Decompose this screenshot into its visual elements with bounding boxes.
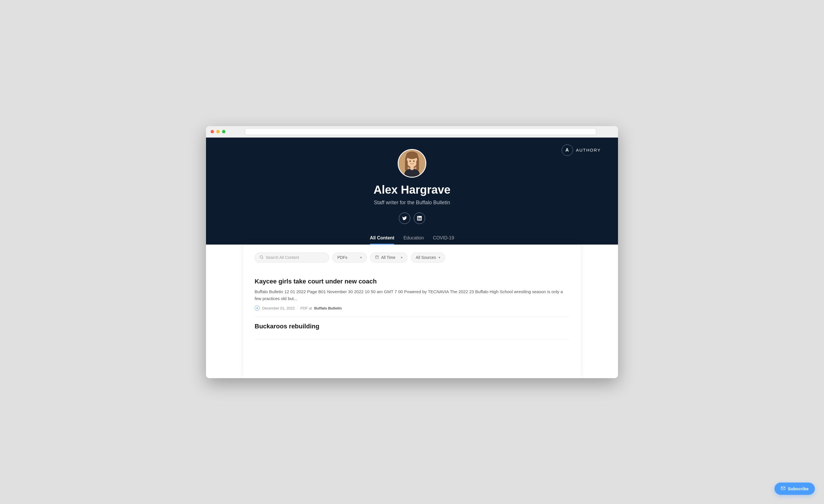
svg-point-5 (406, 151, 418, 159)
page-content: A AUTHORY (206, 137, 618, 378)
time-filter-dropdown[interactable]: All Time ▾ (370, 253, 407, 263)
tab-covid[interactable]: COVID-19 (433, 233, 454, 244)
article-item: Kaycee girls take court under new coach … (254, 272, 570, 317)
search-input-wrapper[interactable]: Search All Content (254, 253, 329, 263)
pdf-filter-label: PDFs (337, 255, 347, 260)
sources-filter-dropdown[interactable]: All Sources ▾ (411, 253, 445, 263)
article-meta: December 01, 2022 · PDF at Buffalo Bulle… (254, 305, 570, 311)
svg-rect-4 (416, 160, 419, 171)
tab-education[interactable]: Education (403, 233, 424, 244)
article-source[interactable]: Buffalo Bulletin (314, 306, 342, 310)
search-icon (260, 255, 264, 260)
author-avatar (398, 149, 426, 178)
content-section: Search All Content PDFs ▾ All Time ▾ (243, 244, 581, 378)
hero-section: A AUTHORY (206, 137, 618, 244)
svg-rect-13 (376, 256, 379, 259)
article-date: December 01, 2022 (262, 306, 295, 310)
subscribe-icon (781, 486, 785, 491)
time-filter-label: All Time (381, 255, 395, 260)
twitter-icon (402, 216, 407, 220)
traffic-light-green[interactable] (222, 130, 225, 133)
svg-line-12 (263, 258, 263, 259)
linkedin-button[interactable] (414, 212, 425, 224)
authory-logo: A AUTHORY (561, 144, 601, 156)
calendar-icon (375, 255, 379, 260)
svg-point-7 (413, 161, 415, 162)
linkedin-icon (417, 216, 422, 220)
twitter-button[interactable] (399, 212, 410, 224)
article-meta-dot: · (297, 306, 298, 310)
article-excerpt: Buffalo Bulletin 12 01 2022 Page B01 Nov… (254, 288, 570, 302)
tab-all-content[interactable]: All Content (370, 233, 394, 244)
pdf-chevron-icon: ▾ (360, 256, 362, 260)
avatar-image (399, 150, 425, 177)
authory-small-logo (254, 305, 260, 311)
time-chevron-icon: ▾ (401, 256, 403, 260)
article-title-partial[interactable]: Buckaroos rebuilding (254, 322, 570, 331)
social-icons (399, 212, 425, 224)
author-bio: Staff writer for the Buffalo Bulletin (374, 200, 450, 206)
svg-point-10 (411, 169, 413, 170)
authory-logo-icon: A (561, 144, 573, 156)
svg-rect-3 (405, 160, 408, 171)
browser-window: A AUTHORY (206, 126, 618, 378)
sources-chevron-icon: ▾ (439, 256, 440, 260)
url-bar[interactable] (245, 128, 596, 135)
search-placeholder: Search All Content (266, 255, 299, 260)
traffic-light-yellow[interactable] (216, 130, 220, 133)
svg-point-6 (409, 161, 411, 162)
pdf-filter-dropdown[interactable]: PDFs ▾ (332, 253, 367, 263)
tabs-row: All Content Education COVID-19 (370, 233, 454, 244)
authory-logo-name: AUTHORY (576, 147, 601, 153)
sources-filter-label: All Sources (416, 255, 436, 260)
subscribe-button[interactable]: Subscribe (775, 483, 815, 495)
subscribe-label: Subscribe (788, 486, 809, 491)
article-type: PDF at (300, 306, 312, 310)
browser-chrome (206, 126, 618, 137)
traffic-light-red[interactable] (211, 130, 214, 133)
filters-row: Search All Content PDFs ▾ All Time ▾ (254, 253, 570, 263)
author-name: Alex Hargrave (373, 183, 450, 196)
article-item-partial: Buckaroos rebuilding (254, 317, 570, 339)
article-title[interactable]: Kaycee girls take court under new coach (254, 278, 570, 286)
